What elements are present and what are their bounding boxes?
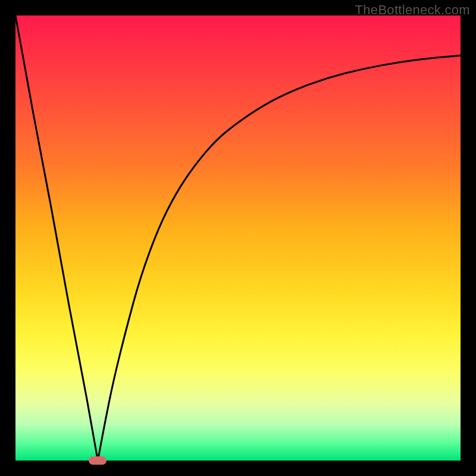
bottleneck-curve xyxy=(15,15,461,461)
plot-area xyxy=(15,15,461,461)
chart-frame: TheBottleneck.com xyxy=(0,0,476,476)
balanced-point-marker xyxy=(89,456,107,465)
